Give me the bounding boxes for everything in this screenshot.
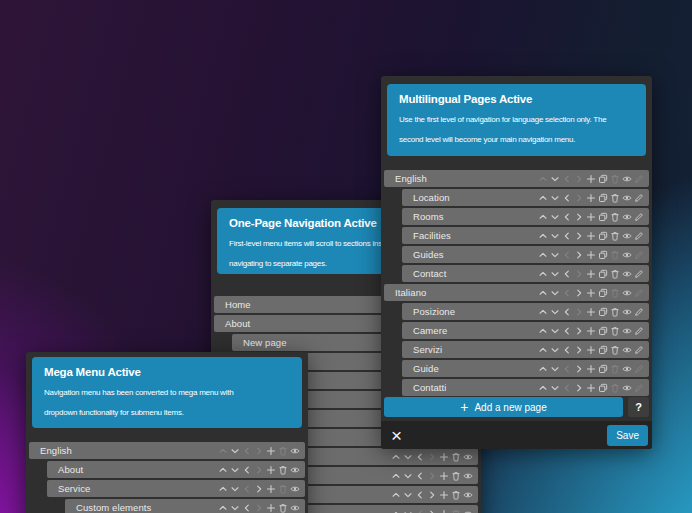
move-down-icon[interactable] [403, 471, 413, 481]
delete-icon[interactable] [451, 452, 461, 462]
add-icon[interactable] [586, 307, 596, 317]
move-right-icon[interactable] [574, 288, 584, 298]
move-left-icon[interactable] [562, 212, 572, 222]
duplicate-icon[interactable] [598, 326, 608, 336]
move-down-icon[interactable] [550, 383, 560, 393]
add-icon[interactable] [586, 231, 596, 241]
duplicate-icon[interactable] [598, 288, 608, 298]
move-down-icon[interactable] [550, 307, 560, 317]
move-up-icon[interactable] [391, 490, 401, 500]
save-button[interactable]: Save [607, 425, 648, 446]
toggle-visibility-icon[interactable] [622, 307, 632, 317]
toggle-visibility-icon[interactable] [622, 326, 632, 336]
move-left-icon[interactable] [562, 307, 572, 317]
menu-item-row[interactable]: About [47, 461, 305, 478]
move-right-icon[interactable] [254, 484, 264, 494]
duplicate-icon[interactable] [598, 231, 608, 241]
menu-item-row[interactable]: Posizione [402, 303, 649, 320]
move-down-icon[interactable] [230, 503, 240, 513]
move-right-icon[interactable] [574, 383, 584, 393]
move-up-icon[interactable] [538, 364, 548, 374]
toggle-visibility-icon[interactable] [622, 250, 632, 260]
move-right-icon[interactable] [574, 212, 584, 222]
move-down-icon[interactable] [403, 452, 413, 462]
menu-item-row[interactable]: Italiano [384, 284, 649, 301]
move-left-icon[interactable] [562, 269, 572, 279]
toggle-visibility-icon[interactable] [463, 471, 473, 481]
toggle-visibility-icon[interactable] [622, 193, 632, 203]
add-icon[interactable] [586, 345, 596, 355]
move-up-icon[interactable] [218, 503, 228, 513]
add-icon[interactable] [586, 250, 596, 260]
edit-icon[interactable] [634, 326, 644, 336]
move-down-icon[interactable] [550, 174, 560, 184]
menu-item-row[interactable]: Location [402, 189, 649, 206]
move-up-icon[interactable] [538, 345, 548, 355]
move-down-icon[interactable] [550, 250, 560, 260]
duplicate-icon[interactable] [598, 364, 608, 374]
delete-icon[interactable] [610, 307, 620, 317]
move-up-icon[interactable] [538, 288, 548, 298]
delete-icon[interactable] [610, 231, 620, 241]
add-icon[interactable] [586, 288, 596, 298]
move-down-icon[interactable] [550, 288, 560, 298]
edit-icon[interactable] [634, 269, 644, 279]
move-down-icon[interactable] [230, 465, 240, 475]
move-up-icon[interactable] [538, 269, 548, 279]
move-down-icon[interactable] [550, 345, 560, 355]
move-down-icon[interactable] [550, 212, 560, 222]
move-up-icon[interactable] [538, 212, 548, 222]
move-up-icon[interactable] [538, 383, 548, 393]
toggle-visibility-icon[interactable] [622, 231, 632, 241]
menu-item-row[interactable]: Service [47, 480, 305, 497]
move-right-icon[interactable] [427, 509, 437, 513]
toggle-visibility-icon[interactable] [290, 446, 300, 456]
toggle-visibility-icon[interactable] [463, 452, 473, 462]
menu-item-row[interactable]: Guides [402, 246, 649, 263]
menu-item-row[interactable]: Rooms [402, 208, 649, 225]
toggle-visibility-icon[interactable] [622, 269, 632, 279]
add-icon[interactable] [586, 383, 596, 393]
toggle-visibility-icon[interactable] [463, 490, 473, 500]
move-up-icon[interactable] [538, 231, 548, 241]
move-right-icon[interactable] [574, 326, 584, 336]
delete-icon[interactable] [451, 490, 461, 500]
delete-icon[interactable] [610, 193, 620, 203]
add-icon[interactable] [586, 326, 596, 336]
toggle-visibility-icon[interactable] [622, 174, 632, 184]
move-left-icon[interactable] [415, 471, 425, 481]
move-up-icon[interactable] [218, 465, 228, 475]
duplicate-icon[interactable] [598, 250, 608, 260]
add-icon[interactable] [586, 269, 596, 279]
edit-icon[interactable] [634, 307, 644, 317]
help-button[interactable]: ? [628, 397, 649, 417]
move-down-icon[interactable] [550, 193, 560, 203]
delete-icon[interactable] [610, 212, 620, 222]
delete-icon[interactable] [278, 465, 288, 475]
toggle-visibility-icon[interactable] [463, 509, 473, 513]
toggle-visibility-icon[interactable] [290, 465, 300, 475]
toggle-visibility-icon[interactable] [622, 212, 632, 222]
add-icon[interactable] [266, 446, 276, 456]
delete-icon[interactable] [451, 471, 461, 481]
move-right-icon[interactable] [574, 231, 584, 241]
edit-icon[interactable] [634, 345, 644, 355]
move-up-icon[interactable] [538, 307, 548, 317]
duplicate-icon[interactable] [598, 212, 608, 222]
move-up-icon[interactable] [538, 193, 548, 203]
add-icon[interactable] [266, 503, 276, 513]
toggle-visibility-icon[interactable] [622, 288, 632, 298]
move-down-icon[interactable] [550, 364, 560, 374]
toggle-visibility-icon[interactable] [290, 503, 300, 513]
edit-icon[interactable] [634, 193, 644, 203]
menu-item-row[interactable]: Servizi [402, 341, 649, 358]
delete-icon[interactable] [610, 345, 620, 355]
move-up-icon[interactable] [538, 326, 548, 336]
move-down-icon[interactable] [230, 446, 240, 456]
add-icon[interactable] [586, 174, 596, 184]
move-up-icon[interactable] [391, 452, 401, 462]
edit-icon[interactable] [634, 231, 644, 241]
toggle-visibility-icon[interactable] [290, 484, 300, 494]
add-icon[interactable] [439, 509, 449, 513]
move-right-icon[interactable] [574, 345, 584, 355]
